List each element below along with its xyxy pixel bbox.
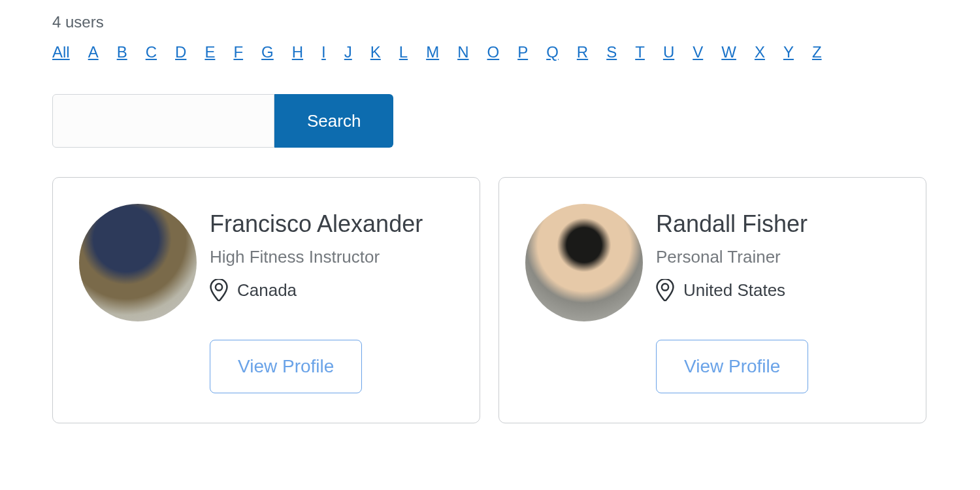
alpha-filter-link[interactable]: K	[370, 43, 381, 61]
user-name: Randall Fisher	[656, 210, 900, 238]
alpha-filter-link[interactable]: U	[663, 43, 674, 61]
alpha-filter-link[interactable]: Z	[812, 43, 822, 61]
avatar	[79, 204, 197, 321]
user-cards: Francisco Alexander High Fitness Instruc…	[52, 177, 928, 423]
view-profile-button[interactable]: View Profile	[656, 340, 808, 393]
alpha-filter-link[interactable]: R	[577, 43, 588, 61]
user-name: Francisco Alexander	[210, 210, 453, 238]
alpha-filter-link[interactable]: T	[635, 43, 645, 61]
user-role: High Fitness Instructor	[210, 247, 453, 267]
alpha-filter: All A B C D E F G H I J K L M N O P Q R …	[52, 43, 928, 61]
alpha-filter-link[interactable]: All	[52, 43, 70, 61]
alpha-filter-link[interactable]: Y	[783, 43, 794, 61]
alpha-filter-link[interactable]: M	[426, 43, 439, 61]
user-count-label: 4 users	[52, 13, 928, 31]
alpha-filter-link[interactable]: S	[606, 43, 617, 61]
alpha-filter-link[interactable]: C	[146, 43, 157, 61]
alpha-filter-link[interactable]: Q	[546, 43, 559, 61]
alpha-filter-link[interactable]: O	[487, 43, 499, 61]
alpha-filter-link[interactable]: E	[204, 43, 215, 61]
alpha-filter-link[interactable]: X	[755, 43, 765, 61]
avatar	[525, 204, 643, 321]
alpha-filter-link[interactable]: P	[517, 43, 528, 61]
search-button[interactable]: Search	[274, 94, 393, 148]
alpha-filter-link[interactable]: A	[88, 43, 99, 61]
alpha-filter-link[interactable]: I	[321, 43, 326, 61]
location-pin-icon	[656, 279, 674, 301]
alpha-filter-link[interactable]: L	[399, 43, 408, 61]
alpha-filter-link[interactable]: B	[117, 43, 127, 61]
search-input[interactable]	[52, 94, 274, 148]
user-location-text: United States	[683, 280, 785, 301]
view-profile-button[interactable]: View Profile	[210, 340, 362, 393]
alpha-filter-link[interactable]: F	[233, 43, 243, 61]
user-location: Canada	[210, 279, 453, 301]
user-location: United States	[656, 279, 900, 301]
alpha-filter-link[interactable]: V	[693, 43, 703, 61]
search-bar: Search	[52, 94, 928, 148]
alpha-filter-link[interactable]: D	[175, 43, 186, 61]
user-location-text: Canada	[237, 280, 297, 301]
user-card: Francisco Alexander High Fitness Instruc…	[52, 177, 480, 423]
location-pin-icon	[210, 279, 228, 301]
alpha-filter-link[interactable]: G	[261, 43, 274, 61]
alpha-filter-link[interactable]: N	[457, 43, 468, 61]
user-role: Personal Trainer	[656, 247, 900, 267]
user-card: Randall Fisher Personal Trainer United S…	[498, 177, 926, 423]
alpha-filter-link[interactable]: H	[292, 43, 303, 61]
alpha-filter-link[interactable]: J	[344, 43, 352, 61]
alpha-filter-link[interactable]: W	[721, 43, 736, 61]
